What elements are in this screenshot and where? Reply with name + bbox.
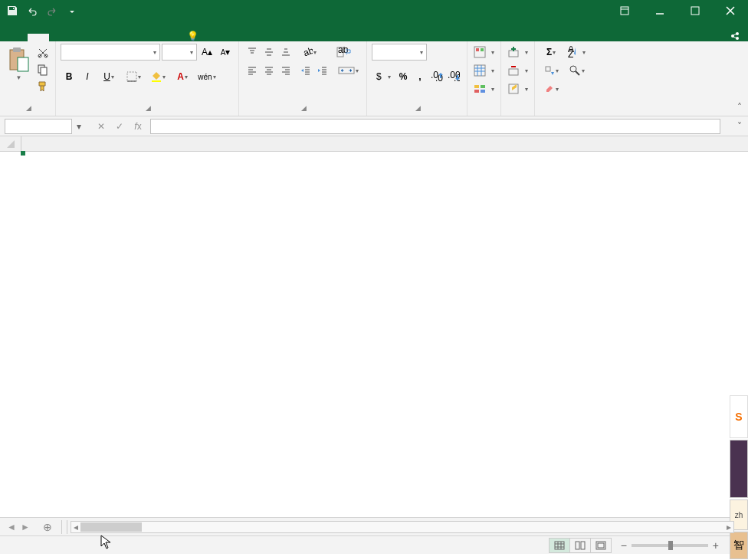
- side-widget-2[interactable]: [730, 440, 748, 498]
- svg-rect-1: [691, 7, 699, 15]
- font-color-button[interactable]: A▾: [171, 68, 194, 85]
- scroll-left-icon[interactable]: ◂: [71, 522, 80, 532]
- tab-data[interactable]: [113, 34, 135, 41]
- name-box-dropdown-icon[interactable]: ▾: [72, 119, 86, 134]
- align-middle-icon[interactable]: [261, 44, 277, 61]
- format-as-table-button[interactable]: ▾: [472, 62, 496, 79]
- format-painter-icon[interactable]: [35, 79, 51, 94]
- increase-font-icon[interactable]: A▴: [198, 44, 215, 61]
- dialog-launcher-icon[interactable]: ◢: [415, 104, 421, 112]
- increase-indent-icon[interactable]: [314, 62, 331, 79]
- dialog-launcher-icon[interactable]: ◢: [301, 104, 307, 112]
- align-right-icon[interactable]: [277, 62, 294, 79]
- delete-cells-button[interactable]: ▾: [506, 62, 530, 79]
- increase-decimal-icon[interactable]: .0.00: [428, 68, 445, 85]
- underline-button[interactable]: U▾: [97, 68, 120, 85]
- cut-icon[interactable]: [35, 45, 51, 61]
- tab-view[interactable]: [156, 34, 178, 41]
- zoom-in-button[interactable]: +: [713, 539, 719, 552]
- clear-button[interactable]: ▾: [540, 80, 563, 97]
- expand-formula-bar-icon[interactable]: ˅: [733, 116, 746, 136]
- wrap-text-icon[interactable]: ab: [334, 44, 356, 61]
- decrease-decimal-icon[interactable]: .00.0: [445, 68, 462, 85]
- svg-rect-30: [481, 90, 485, 93]
- insert-cells-button[interactable]: ▾: [506, 44, 530, 61]
- tab-insert[interactable]: [49, 34, 71, 41]
- tab-home[interactable]: [28, 34, 49, 41]
- sheet-nav-next-icon[interactable]: ►: [18, 520, 32, 534]
- comma-format-icon[interactable]: ,: [412, 68, 428, 85]
- tab-formula[interactable]: [92, 34, 113, 41]
- tab-review[interactable]: [135, 34, 156, 41]
- collapse-ribbon-icon[interactable]: ˄: [733, 100, 746, 114]
- decrease-font-icon[interactable]: A▾: [217, 44, 234, 61]
- group-clipboard: ▼ ◢: [0, 41, 56, 116]
- minimize-icon[interactable]: [642, 0, 677, 21]
- share-button[interactable]: [730, 31, 742, 41]
- format-cells-button[interactable]: ▾: [506, 80, 530, 97]
- sheet-splitter[interactable]: [61, 520, 67, 534]
- number-format-combo[interactable]: ▾: [372, 44, 427, 61]
- spreadsheet-grid: [0, 136, 748, 517]
- decrease-indent-icon[interactable]: [297, 62, 314, 79]
- find-select-button[interactable]: ▾: [566, 62, 587, 79]
- merge-center-icon[interactable]: ▾: [334, 62, 362, 79]
- svg-rect-11: [41, 67, 47, 75]
- autosum-button[interactable]: Σ▾: [540, 44, 563, 61]
- column-headers: [0, 136, 748, 152]
- zoom-out-button[interactable]: −: [621, 539, 627, 552]
- formula-bar[interactable]: [150, 119, 720, 134]
- font-size-combo[interactable]: ▾: [162, 44, 197, 61]
- orientation-icon[interactable]: ab▾: [297, 44, 320, 61]
- align-top-icon[interactable]: [244, 44, 261, 61]
- font-name-combo[interactable]: ▾: [61, 44, 160, 61]
- name-box[interactable]: [5, 119, 72, 134]
- italic-button[interactable]: I: [79, 68, 96, 85]
- paste-button[interactable]: ▼: [5, 44, 32, 81]
- dialog-launcher-icon[interactable]: ◢: [26, 104, 31, 112]
- normal-view-icon[interactable]: [549, 538, 570, 553]
- close-icon[interactable]: [713, 0, 748, 21]
- page-break-view-icon[interactable]: [590, 538, 612, 553]
- fill-button[interactable]: ▾: [540, 62, 563, 79]
- cancel-formula-icon[interactable]: ✕: [92, 119, 110, 134]
- accounting-format-icon[interactable]: $▾: [372, 68, 395, 85]
- horizontal-scrollbar[interactable]: ◂ ▸: [71, 521, 734, 533]
- qat-dropdown-icon[interactable]: [63, 2, 81, 20]
- side-widget-4[interactable]: 智: [730, 532, 748, 559]
- select-all-corner[interactable]: [0, 136, 21, 151]
- fill-color-button[interactable]: ▾: [146, 68, 169, 85]
- conditional-format-button[interactable]: ▾: [472, 44, 496, 61]
- group-number: ▾ $▾ % , .0.00 .00.0 ◢: [367, 41, 468, 116]
- sort-filter-button[interactable]: AZ▾: [566, 44, 587, 61]
- page-layout-view-icon[interactable]: [569, 538, 591, 553]
- dialog-launcher-icon[interactable]: ◢: [146, 104, 151, 112]
- sogou-widget[interactable]: S: [730, 395, 748, 438]
- border-button[interactable]: ▾: [122, 68, 145, 85]
- align-bottom-icon[interactable]: [277, 44, 294, 61]
- redo-icon[interactable]: [43, 2, 61, 20]
- save-icon[interactable]: [3, 2, 21, 20]
- tell-me-search[interactable]: 💡: [187, 31, 202, 41]
- scroll-thumb[interactable]: [80, 522, 142, 532]
- new-sheet-button[interactable]: ⊕: [37, 521, 58, 533]
- sheet-nav-prev-icon[interactable]: ◄: [5, 520, 18, 534]
- bold-button[interactable]: B: [61, 68, 77, 85]
- align-center-icon[interactable]: [261, 62, 277, 79]
- align-left-icon[interactable]: [244, 62, 261, 79]
- tab-file[interactable]: [6, 34, 28, 41]
- undo-icon[interactable]: [23, 2, 41, 20]
- ribbon-options-icon[interactable]: [607, 0, 642, 21]
- phonetic-button[interactable]: wén▾: [195, 68, 218, 85]
- side-widgets: S zh 智: [730, 395, 748, 560]
- tab-layout[interactable]: [71, 34, 92, 41]
- maximize-icon[interactable]: [677, 0, 713, 21]
- enter-formula-icon[interactable]: ✓: [110, 119, 129, 134]
- scroll-right-icon[interactable]: ▸: [724, 522, 733, 532]
- cell-styles-button[interactable]: ▾: [472, 80, 496, 97]
- zoom-slider[interactable]: [632, 544, 708, 547]
- zoom-thumb[interactable]: [668, 541, 673, 550]
- percent-format-icon[interactable]: %: [395, 68, 412, 85]
- copy-icon[interactable]: [35, 62, 51, 77]
- fx-icon[interactable]: fx: [129, 119, 147, 134]
